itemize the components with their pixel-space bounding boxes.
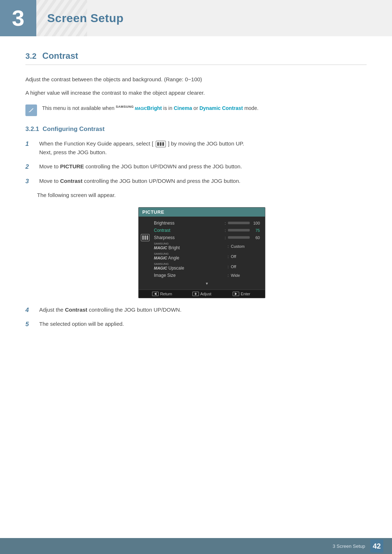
step-4-content: Adjust the Contrast controlling the JOG …: [39, 305, 367, 315]
screen-footer: Return Adjust Enter: [139, 290, 265, 298]
note-text-is-in: is in: [162, 105, 174, 111]
svg-marker-1: [195, 294, 197, 295]
subsection-title: Configuring Contrast: [42, 126, 105, 132]
step-2-content: Move to PICTURE controlling the JOG butt…: [39, 162, 367, 171]
magic-upscale-value: Off: [231, 264, 260, 269]
step-1-content: When the Function Key Guide appears, sel…: [39, 139, 367, 157]
note-text-mode: mode.: [243, 105, 258, 111]
footer-return-btn: Return: [142, 292, 182, 296]
step-3-number: 3: [25, 177, 37, 186]
step-1: 1 When the Function Key Guide appears, s…: [25, 139, 367, 157]
menu-magic-bright: SAMSUNG MAGIC Bright : Custom: [152, 241, 262, 251]
svg-marker-0: [195, 292, 197, 294]
jog-sym-bar-2: [144, 235, 146, 240]
updown-icon: [193, 292, 198, 296]
magic-angle-label: SAMSUNG MAGIC Angle: [154, 253, 225, 260]
jog-sym-bar-3: [147, 235, 148, 240]
section-title: Contrast: [42, 51, 78, 61]
brightness-value: 100: [228, 221, 260, 225]
screen-mockup-wrapper: PICTURE Brightness :: [37, 207, 367, 298]
step-5-number: 5: [25, 320, 37, 329]
screen-title-bar: PICTURE: [139, 208, 265, 217]
footer-chapter-text: 3 Screen Setup: [332, 543, 365, 549]
jog-bar-1: [157, 142, 159, 146]
picture-bold: PICTURE: [60, 163, 84, 169]
screen-left-icon: [139, 219, 152, 287]
chapter-block: 3: [0, 0, 36, 36]
footer-enter-btn: Enter: [222, 292, 261, 296]
contrast-bold-3: Contrast: [60, 178, 83, 184]
dynamic-contrast-label: Dynamic Contrast: [199, 105, 243, 111]
scroll-indicator: ▼: [152, 279, 262, 287]
contrast-label: Contrast: [154, 228, 222, 233]
magic-bright-value: Custom: [231, 244, 260, 249]
right-arrow-icon: [235, 292, 237, 295]
adjust-label: Adjust: [200, 292, 212, 296]
menu-brightness: Brightness : 100: [152, 219, 262, 227]
brightness-bar: [228, 222, 250, 224]
note-icon: [25, 104, 37, 116]
chapter-title: Screen Setup: [47, 12, 124, 25]
step-2: 2 Move to PICTURE controlling the JOG bu…: [25, 162, 367, 172]
steps-list-2: 4 Adjust the Contrast controlling the JO…: [25, 305, 367, 329]
image-size-value: Wide: [231, 273, 260, 278]
jog-bar-3: [162, 142, 164, 146]
steps-list: 1 When the Function Key Guide appears, s…: [25, 139, 367, 186]
description-1: Adjust the contrast between the objects …: [25, 75, 367, 84]
sharpness-bar: [228, 236, 250, 239]
screen-mockup: PICTURE Brightness :: [138, 207, 265, 298]
magic-upscale-label: SAMSUNG MAGIC Upscale: [154, 263, 225, 271]
contrast-value: 75: [228, 228, 260, 233]
samsung-magic-brand: SAMSUNG MAGIC: [116, 105, 147, 111]
section-number: 3.2: [25, 52, 37, 61]
sub-step-text: The following screen will appear.: [37, 191, 367, 200]
jog-symbol: [141, 234, 150, 241]
note-text: This menu is not available when SAMSUNG …: [42, 104, 258, 112]
pencil-icon: [28, 107, 35, 114]
brightness-label: Brightness: [154, 221, 222, 226]
menu-magic-upscale: SAMSUNG MAGIC Upscale : Off: [152, 262, 262, 272]
sharpness-label: Sharpness: [154, 235, 222, 240]
jog-icon: [156, 141, 166, 147]
note-box: This menu is not available when SAMSUNG …: [25, 104, 367, 116]
page-footer: 3 Screen Setup 42: [0, 538, 392, 554]
chapter-number: 3: [12, 7, 24, 29]
jog-sym-bar-1: [142, 235, 144, 240]
jog-bar-2: [160, 142, 162, 146]
sharpness-value: 60: [228, 235, 260, 240]
page-header: 3 Screen Setup: [0, 0, 392, 36]
footer-adjust-btn: Adjust: [182, 292, 221, 296]
menu-sharpness: Sharpness : 60: [152, 234, 262, 241]
step-1-number: 1: [25, 139, 37, 149]
step-3: 3 Move to Contrast controlling the JOG b…: [25, 177, 367, 186]
subsection-heading: 3.2.1 Configuring Contrast: [25, 126, 367, 133]
note-text-or: or: [192, 105, 199, 111]
step-4: 4 Adjust the Contrast controlling the JO…: [25, 305, 367, 315]
step-3-content: Move to Contrast controlling the JOG but…: [39, 177, 367, 186]
footer-page-number: 42: [370, 539, 383, 553]
step-5: 5 The selected option will be applied.: [25, 320, 367, 329]
return-icon: [152, 292, 159, 296]
bright-label: Bright: [147, 105, 162, 111]
enter-label: Enter: [241, 292, 250, 296]
page-content: 3.2 Contrast Adjust the contrast between…: [0, 36, 392, 363]
description-2: A higher value will increase the contras…: [25, 89, 367, 98]
step-2-number: 2: [25, 162, 37, 172]
section-heading: 3.2 Contrast: [25, 51, 367, 65]
screen-menu: Brightness : 100 Contrast : 75: [152, 219, 265, 287]
menu-magic-angle: SAMSUNG MAGIC Angle : Off: [152, 251, 262, 262]
return-label: Return: [160, 292, 172, 296]
magic-bright-label: SAMSUNG MAGIC Bright: [154, 242, 225, 250]
contrast-bold-4: Contrast: [65, 307, 87, 313]
step-4-number: 4: [25, 305, 37, 315]
note-text-before: This menu is not available when: [42, 105, 116, 111]
cinema-label: Cinema: [174, 105, 192, 111]
image-size-label: Image Size: [154, 273, 225, 278]
magic-angle-value: Off: [231, 254, 260, 259]
adjust-icon: [192, 292, 199, 296]
contrast-bar: [228, 229, 250, 231]
screen-body: Brightness : 100 Contrast : 75: [139, 217, 265, 290]
menu-image-size: Image Size : Wide: [152, 272, 262, 279]
menu-contrast: Contrast : 75: [152, 227, 262, 234]
enter-icon: [233, 292, 239, 296]
